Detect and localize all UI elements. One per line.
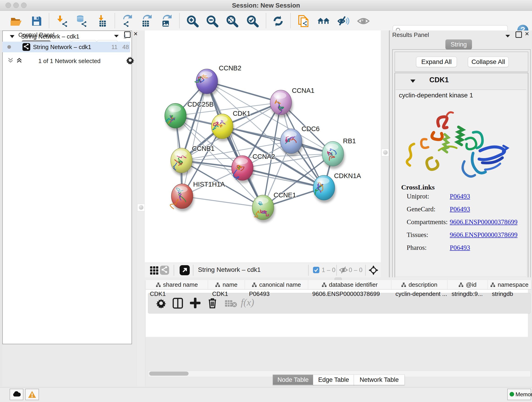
column-header-name[interactable]: name (208, 280, 245, 289)
crosslink-link[interactable]: P06493 (450, 244, 470, 251)
cloud-status-button[interactable] (10, 389, 23, 400)
panel-divider[interactable] (381, 31, 389, 277)
show-columns-icon[interactable] (172, 298, 183, 309)
crosslink-link[interactable]: P06493 (450, 192, 470, 200)
edge-count: 48 (122, 44, 129, 51)
column-header-shared-name[interactable]: shared name (146, 280, 208, 289)
import-table-button[interactable] (96, 15, 109, 27)
column-header--id[interactable]: @id (447, 280, 488, 289)
results-panel-title: Results Panel (392, 32, 429, 38)
image-icon (162, 21, 169, 27)
zoom-selected-button[interactable] (246, 15, 259, 27)
column-header-namespace[interactable]: namespace (488, 280, 528, 289)
window-title: Session: New Session (0, 2, 532, 9)
zoom-in-button[interactable] (186, 15, 199, 27)
trash-icon[interactable] (207, 297, 217, 309)
copy-network-icon (297, 15, 310, 27)
memory-button[interactable]: Memory (507, 389, 531, 400)
refresh-icon (272, 15, 285, 27)
network-row-selected[interactable]: String Network – cdk1 11 48 (2, 42, 130, 52)
tab-node-table[interactable]: Node Table (273, 375, 313, 385)
detach-view-icon[interactable] (180, 265, 190, 275)
section-expander-icon[interactable] (410, 79, 416, 83)
network-node-CCNB1[interactable]: CCNB1 (171, 145, 215, 176)
save-session-button[interactable] (30, 15, 43, 27)
toolbar-separator (49, 13, 49, 28)
table-cell[interactable]: stringdb (488, 289, 528, 298)
column-header-canonical-name[interactable]: canonical name (245, 280, 308, 289)
network-node-RB1[interactable]: RB1 (322, 137, 356, 169)
collapse-all-button[interactable]: Collapse All (468, 57, 509, 67)
divider-handle[interactable] (381, 149, 389, 156)
node-label: CCNE1 (273, 191, 296, 199)
toolbar-separator (193, 265, 193, 276)
database-icon (77, 15, 83, 22)
expand-all-button[interactable]: Expand All (416, 57, 457, 67)
panel-menu-icon[interactable] (505, 34, 510, 38)
network-node-CDC6[interactable]: CDC6 (280, 125, 320, 156)
apply-layout-button[interactable] (272, 15, 285, 27)
network-edge[interactable] (182, 196, 263, 207)
network-graph[interactable]: CCNB2CCNA1CDC25BCDK1CDC6RB1CCNB1CCNA2CDK… (145, 31, 381, 263)
expander-icon[interactable] (10, 35, 15, 38)
network-edge[interactable] (207, 81, 263, 207)
share-view-icon[interactable] (160, 266, 169, 275)
show-all-button[interactable] (357, 15, 370, 27)
column-header-database-identifier[interactable]: database identifier (308, 280, 391, 289)
column-header-description[interactable]: description (391, 280, 447, 289)
birds-eye-view-icon[interactable] (150, 266, 158, 275)
export-image-button[interactable] (160, 15, 172, 27)
attribute-type-icon (215, 282, 220, 287)
function-builder-icon: f(x) (241, 297, 254, 308)
control-panel: Control Panel ✕ Network Style Select Set… (2, 31, 137, 386)
zoom-out-button[interactable] (206, 15, 219, 27)
selected-checkbox[interactable] (313, 267, 319, 273)
export-table-button[interactable] (140, 15, 152, 27)
fit-selected-crosshair-icon[interactable] (368, 265, 379, 275)
node-label: CDC6 (302, 125, 320, 133)
gear-icon[interactable] (126, 56, 134, 64)
tab-string[interactable]: String (445, 39, 472, 50)
scrollbar-thumb[interactable] (149, 371, 189, 376)
duplicate-network-button[interactable] (297, 15, 310, 27)
network-node-HIST1H1A[interactable]: HIST1H1A (170, 181, 225, 211)
memory-status-dot (510, 392, 514, 396)
table-cell[interactable]: stringdb:9... (447, 289, 488, 298)
network-collection-row[interactable]: String Network – cdk1 1 (2, 31, 130, 42)
close-panel-icon[interactable]: ✕ (525, 31, 529, 37)
tab-edge-table[interactable]: Edge Table (313, 375, 354, 385)
table-cell[interactable]: CDK1 (208, 289, 245, 298)
hide-selected-button[interactable] (337, 15, 350, 27)
network-view-title: String Network – cdk1 (198, 266, 261, 274)
node-label: CDC25B (187, 101, 214, 108)
warnings-button[interactable] (25, 389, 39, 400)
cytoscape-window: Session: New Session (0, 0, 532, 402)
crosslink-link[interactable]: 9606.ENSP00000378699 (450, 231, 518, 239)
network-node-CCNE1[interactable]: CCNE1 (252, 191, 296, 223)
table-cell[interactable]: CDK1 (146, 289, 208, 298)
network-edge[interactable] (182, 81, 207, 196)
export-network-button[interactable] (120, 15, 133, 27)
import-network-file-button[interactable] (56, 15, 69, 27)
session-home-button[interactable] (317, 15, 330, 27)
crosslink-link[interactable]: P06493 (450, 205, 470, 213)
delete-table-icon (225, 300, 238, 307)
import-network-database-button[interactable] (75, 15, 88, 27)
network-node-CDKN1A[interactable]: CDKN1A (313, 172, 361, 203)
table-cell[interactable]: 9606.ENSP00000378699 (308, 289, 391, 298)
tab-network-table[interactable]: Network Table (354, 375, 405, 385)
network-icon (22, 43, 30, 51)
toolbar-separator (266, 13, 266, 28)
table-cell[interactable]: cyclin-dependent ... (391, 289, 447, 298)
panel-divider[interactable] (137, 31, 145, 386)
network-canvas[interactable]: CCNB2CCNA1CDC25BCDK1CDC6RB1CCNB1CCNA2CDK… (145, 31, 381, 263)
table-cell[interactable]: P06493 (245, 289, 308, 298)
zoom-fit-button[interactable] (226, 15, 239, 27)
gear-icon[interactable] (156, 298, 166, 308)
divider-handle[interactable] (137, 204, 145, 211)
collection-label: String Network – cdk1 (21, 33, 79, 40)
add-icon[interactable] (190, 298, 201, 308)
crosslink-link[interactable]: 9606.ENSP00000378699 (450, 218, 518, 226)
float-panel-icon[interactable] (515, 32, 522, 38)
open-session-button[interactable] (10, 15, 22, 27)
